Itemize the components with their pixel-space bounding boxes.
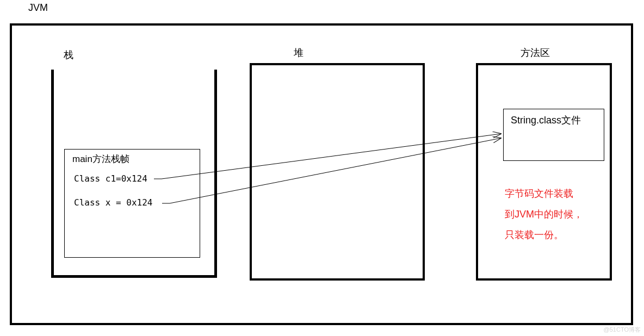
watermark: @51CTO博客: [604, 326, 641, 334]
method-area-note: 字节码文件装载 到JVM中的时候， 只装载一份。: [505, 184, 614, 245]
stack-right-border: [214, 70, 217, 277]
jvm-title: JVM: [28, 2, 48, 14]
stack-frame-title: main方法栈帧: [72, 153, 129, 165]
stack-label: 栈: [64, 48, 73, 61]
stack-left-border: [51, 70, 54, 277]
classfile-label: String.class文件: [511, 114, 581, 127]
note-line2: 到JVM中的时候，: [505, 209, 583, 220]
heap-label: 堆: [294, 46, 304, 59]
stack-frame-line1: Class c1=0x124: [74, 173, 147, 184]
note-line1: 字节码文件装载: [505, 188, 573, 199]
method-area-label: 方法区: [521, 46, 550, 59]
stack-frame-line2: Class x = 0x124: [74, 197, 153, 208]
diagram-canvas: JVM 栈 main方法栈帧 Class c1=0x124 Class x = …: [0, 0, 644, 336]
note-line3: 只装载一份。: [505, 229, 564, 240]
heap-box: [250, 63, 425, 281]
stack-bottom-border: [51, 275, 217, 278]
method-area-box: [476, 63, 612, 281]
